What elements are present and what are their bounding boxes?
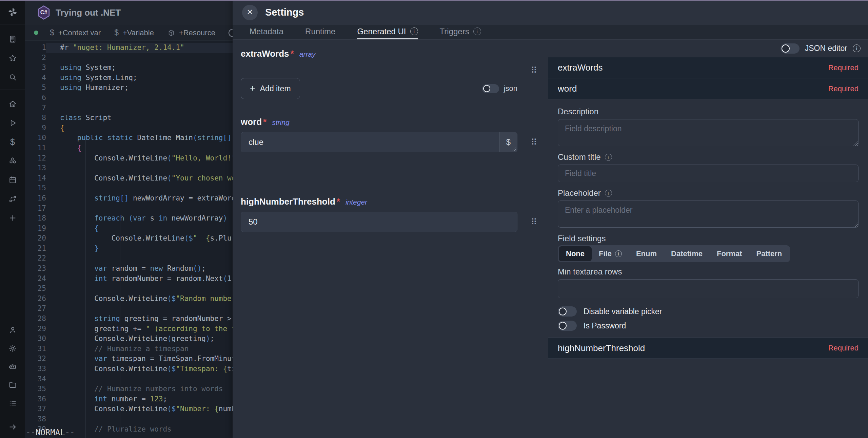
- folder-icon[interactable]: [8, 380, 17, 389]
- code-line[interactable]: 18 foreach (var s in newWordArray): [25, 213, 233, 224]
- code-line[interactable]: 27: [25, 304, 233, 314]
- custom-title-input[interactable]: [558, 165, 859, 182]
- field-setting-none[interactable]: None: [559, 246, 592, 261]
- route-icon[interactable]: [8, 194, 17, 203]
- min-textarea-rows-input[interactable]: [558, 279, 859, 298]
- code-line[interactable]: 4using System.Linq;: [25, 73, 233, 83]
- line-number: 28: [25, 314, 46, 324]
- tab-metadata[interactable]: Metadata: [250, 25, 283, 39]
- line-number: 13: [25, 163, 46, 173]
- placeholder-textarea[interactable]: [558, 201, 859, 228]
- code-line[interactable]: 37 Console.WriteLine($"Number: {number.T…: [25, 404, 233, 414]
- toggle-is-password[interactable]: Is Password: [558, 321, 859, 331]
- tab-triggers[interactable]: Triggers: [440, 25, 481, 39]
- code-line[interactable]: 35 // Humanize numbers into words: [25, 384, 233, 394]
- code-line[interactable]: 36 int number = 123;: [25, 394, 233, 404]
- code-line[interactable]: 21 }: [25, 244, 233, 254]
- home-icon[interactable]: [8, 99, 17, 108]
- code-line[interactable]: 17: [25, 204, 233, 214]
- search-icon[interactable]: [8, 73, 17, 81]
- user-icon[interactable]: [8, 325, 17, 334]
- toggle-track[interactable]: [558, 306, 577, 317]
- field-setting-format[interactable]: Format: [710, 246, 749, 261]
- line-number: 24: [25, 274, 46, 284]
- field-setting-file[interactable]: File: [592, 246, 629, 261]
- star-icon[interactable]: [8, 54, 17, 62]
- config-row-highnumberthreshold[interactable]: highNumberThreshold Required: [548, 338, 868, 359]
- code-line[interactable]: 22: [25, 253, 233, 264]
- info-icon[interactable]: [605, 190, 612, 197]
- code-line[interactable]: 33 Console.WriteLine($"Timespan: {timesp…: [25, 364, 233, 374]
- code-line[interactable]: 10 public static DateTime Main(string[] …: [25, 133, 233, 143]
- list-icon[interactable]: [8, 399, 17, 407]
- code-line[interactable]: 5using Humanizer;: [25, 83, 233, 93]
- code-line[interactable]: 29 greeting += " (according to the thres…: [25, 324, 233, 334]
- code-line[interactable]: 30 Console.WriteLine(greeting);: [25, 334, 233, 344]
- code-line[interactable]: 1#r "nuget: Humanizer, 2.14.1": [25, 43, 233, 53]
- drag-handle-icon[interactable]: [531, 218, 537, 226]
- code-line[interactable]: 24 int randomNumber = random.Next(1, 100…: [25, 274, 233, 284]
- code-line[interactable]: 31 // Humanize a timespan: [25, 344, 233, 354]
- line-number: 2: [25, 53, 46, 63]
- close-icon[interactable]: [242, 5, 258, 20]
- plus-icon[interactable]: [8, 213, 17, 222]
- config-row-word[interactable]: wordRequired: [548, 78, 868, 99]
- code-line[interactable]: 6: [25, 93, 233, 103]
- code-line[interactable]: 14 Console.WriteLine("Your chosen word i…: [25, 173, 233, 184]
- toolbar-variable-button[interactable]: $+Variable: [114, 28, 154, 37]
- code-line[interactable]: 13: [25, 163, 233, 173]
- toggle-track[interactable]: [781, 43, 800, 54]
- code-line[interactable]: 28 string greeting = randomNumber > high…: [25, 314, 233, 324]
- code-line[interactable]: 25: [25, 284, 233, 294]
- code-line[interactable]: 19 {: [25, 224, 233, 234]
- dollar-icon[interactable]: $: [8, 137, 17, 146]
- code-line[interactable]: 34: [25, 374, 233, 384]
- info-icon[interactable]: [605, 154, 612, 161]
- code-line[interactable]: 3using System;: [25, 63, 233, 73]
- tab-runtime[interactable]: Runtime: [305, 25, 335, 39]
- robot-icon[interactable]: [8, 362, 17, 371]
- code-line[interactable]: 16 string[] newWordArray = extraWords.Ap…: [25, 193, 233, 204]
- code-area[interactable]: 1#r "nuget: Humanizer, 2.14.1"23using Sy…: [25, 41, 233, 434]
- json-editor-toggle[interactable]: JSON editor: [781, 43, 861, 54]
- boxes-icon[interactable]: [8, 156, 17, 165]
- gear-icon[interactable]: [8, 344, 17, 353]
- code-line[interactable]: 8class Script: [25, 113, 233, 123]
- drag-handle-icon[interactable]: [531, 66, 537, 75]
- indent-guide: [85, 136, 86, 438]
- drag-handle-icon[interactable]: [531, 138, 537, 147]
- code-line[interactable]: 11 {: [25, 143, 233, 153]
- config-row-extrawords[interactable]: extraWordsRequired: [548, 57, 868, 78]
- code-line[interactable]: 15: [25, 183, 233, 193]
- toolbar-resource-button[interactable]: +Resource: [167, 28, 215, 37]
- field-setting-pattern[interactable]: Pattern: [749, 246, 789, 261]
- word-input[interactable]: [241, 132, 499, 152]
- code-line[interactable]: 7: [25, 103, 233, 113]
- highnumberthreshold-input[interactable]: [241, 212, 517, 232]
- code-line[interactable]: 23 var random = new Random();: [25, 264, 233, 274]
- building-icon[interactable]: [8, 35, 17, 43]
- windmill-logo-icon[interactable]: [0, 0, 25, 24]
- play-icon[interactable]: [8, 118, 17, 127]
- code-line[interactable]: 9{: [25, 123, 233, 133]
- info-icon[interactable]: [853, 44, 861, 52]
- toggle-track[interactable]: [558, 321, 577, 331]
- code-line[interactable]: 32 var timespan = TimeSpan.FromMinutes(r…: [25, 354, 233, 364]
- toggle-disable-variable-picker[interactable]: Disable variable picker: [558, 306, 859, 317]
- code-line[interactable]: 12 Console.WriteLine("Hello, World!");: [25, 153, 233, 164]
- code-line[interactable]: 20 Console.WriteLine($" {s.Pluralize()}"…: [25, 233, 233, 244]
- json-toggle[interactable]: json: [482, 84, 517, 93]
- field-setting-enum[interactable]: Enum: [629, 246, 664, 261]
- description-textarea[interactable]: [558, 119, 859, 146]
- field-setting-datetime[interactable]: Datetime: [664, 246, 710, 261]
- code-line[interactable]: 2: [25, 53, 233, 63]
- toggle-track[interactable]: [482, 84, 499, 93]
- script-title[interactable]: Trying out .NET: [56, 7, 121, 18]
- code-line[interactable]: 38: [25, 414, 233, 424]
- add-item-button[interactable]: + Add item: [241, 78, 300, 99]
- arrow-right-icon[interactable]: [8, 422, 17, 431]
- toolbar-contextvar-button[interactable]: $+Context var: [50, 28, 101, 37]
- tab-generated-ui[interactable]: Generated UI: [357, 25, 418, 39]
- calendar-icon[interactable]: [8, 175, 17, 184]
- code-line[interactable]: 26 Console.WriteLine($"Random number: {r…: [25, 294, 233, 304]
